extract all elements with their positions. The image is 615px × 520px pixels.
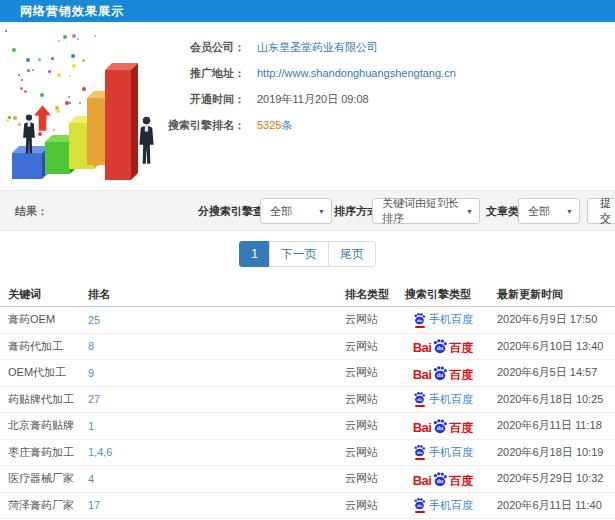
- company-name-link[interactable]: 山东皇圣堂药业有限公司: [257, 41, 378, 53]
- baidu-logo-badge[interactable]: Baidu百度: [413, 471, 474, 487]
- table-row: 膏药OEM 25 云网站 du手机百度 2020年6月9日 17:50: [0, 307, 615, 334]
- cell-rank-type: 云网站: [337, 312, 397, 327]
- cell-time: 2020年6月9日 17:50: [489, 312, 615, 327]
- svg-text:du: du: [417, 450, 423, 455]
- cell-rank-type: 云网站: [337, 445, 397, 460]
- table-row: 枣庄膏药加工 1,4,6 云网站 du手机百度 2020年6月18日 10:19: [0, 440, 615, 467]
- cell-rank-type: 云网站: [337, 392, 397, 407]
- cell-rank[interactable]: 17: [88, 499, 100, 511]
- baidu-paw-icon: du: [413, 444, 426, 457]
- mobile-baidu-label: 手机百度: [429, 392, 473, 407]
- cell-time: 2020年6月11日 11:40: [489, 498, 615, 513]
- table-row: 菏泽膏药厂家 17 云网站 du手机百度 2020年6月11日 11:40: [0, 493, 615, 520]
- cell-rank[interactable]: 9: [88, 367, 94, 379]
- col-rank-type: 排名类型: [337, 287, 397, 302]
- table-row: 药贴牌代加工 27 云网站 du手机百度 2020年6月18日 10:25: [0, 387, 615, 414]
- svg-text:du: du: [437, 425, 443, 431]
- chevron-down-icon: ▼: [466, 208, 473, 215]
- info-row-company: 会员公司：山东皇圣堂药业有限公司: [0, 38, 615, 56]
- article-type-select-value: 全部: [528, 204, 550, 219]
- col-keyword: 关键词: [0, 287, 80, 302]
- open-time-label: 开通时间：: [0, 90, 245, 108]
- baidu-logo-badge[interactable]: Baidu百度: [413, 365, 474, 381]
- submit-button[interactable]: 提交: [587, 198, 615, 224]
- promo-url-link[interactable]: http://www.shandonghuangshengtang.cn: [257, 67, 456, 79]
- cell-rank[interactable]: 4: [88, 473, 94, 485]
- table-body: 膏药OEM 25 云网站 du手机百度 2020年6月9日 17:50 膏药代加…: [0, 307, 615, 519]
- cell-rank[interactable]: 25: [88, 314, 100, 326]
- promo-url-label: 推广地址：: [0, 64, 245, 82]
- chevron-down-icon: ▼: [318, 208, 325, 215]
- mobile-baidu-badge[interactable]: du手机百度: [413, 497, 473, 513]
- baidu-paw-icon: du: [432, 418, 448, 434]
- next-page-button[interactable]: 下一页: [269, 241, 329, 267]
- baidu-paw-icon: du: [432, 471, 448, 487]
- baidu-paw-icon: du: [413, 497, 426, 510]
- rank-count-suffix: 条: [281, 119, 292, 131]
- cell-rank-type: 云网站: [337, 471, 397, 486]
- results-table: 关键词 排名 排名类型 搜索引擎类型 最新更新时间 膏药OEM 25 云网站 d…: [0, 283, 615, 519]
- svg-text:du: du: [437, 372, 443, 378]
- cell-rank[interactable]: 1: [88, 420, 94, 432]
- open-time-value: 2019年11月20日 09:08: [257, 93, 369, 105]
- cell-engine: du手机百度: [397, 444, 489, 460]
- engine-select[interactable]: 全部 ▼: [260, 198, 332, 224]
- mobile-baidu-label: 手机百度: [429, 498, 473, 513]
- mobile-baidu-badge[interactable]: du手机百度: [413, 391, 473, 407]
- result-label: 结果：: [15, 204, 48, 219]
- table-row: 医疗器械厂家 4 云网站 Baidu百度 2020年5月29日 10:32: [0, 466, 615, 493]
- chart-bar-2: [45, 142, 70, 174]
- info-row-open-time: 开通时间：2019年11月20日 09:08: [0, 90, 615, 108]
- baidu-bai-text: Bai: [413, 474, 432, 487]
- chevron-down-icon: ▼: [566, 208, 573, 215]
- cell-rank[interactable]: 8: [88, 340, 94, 352]
- cell-time: 2020年6月18日 10:25: [489, 392, 615, 407]
- page-1-button[interactable]: 1: [239, 241, 270, 267]
- engine-select-value: 全部: [270, 204, 292, 219]
- header-bar: 网络营销效果展示: [0, 0, 615, 22]
- cell-keyword: 膏药OEM: [0, 312, 80, 327]
- cell-rank-type: 云网站: [337, 339, 397, 354]
- article-type-select[interactable]: 全部 ▼: [518, 198, 580, 224]
- col-rank: 排名: [80, 287, 337, 302]
- baidu-bai-text: Bai: [413, 368, 432, 381]
- cell-time: 2020年6月5日 14:57: [489, 365, 615, 380]
- baidu-paw-icon: du: [413, 391, 426, 404]
- baidu-paw-icon: du: [432, 365, 448, 381]
- info-row-rank-count: 搜索引擎排名：5325条: [0, 116, 615, 134]
- cell-engine: du手机百度: [397, 312, 489, 328]
- cell-engine: Baidu百度: [397, 365, 489, 381]
- cell-time: 2020年5月29日 10:32: [489, 471, 615, 486]
- rank-count-value: 5325: [257, 119, 281, 131]
- table-row: 北京膏药贴牌 1 云网站 Baidu百度 2020年6月11日 11:18: [0, 413, 615, 440]
- cell-rank[interactable]: 1,4,6: [88, 446, 112, 458]
- filter-bar: 结果： 分搜索引擎查看 全部 ▼ 排序方式 关键词由短到长排序 ▼ 文章类型 全…: [0, 190, 615, 231]
- cell-engine: Baidu百度: [397, 418, 489, 434]
- baidu-logo-badge[interactable]: Baidu百度: [413, 418, 474, 434]
- mobile-baidu-badge[interactable]: du手机百度: [413, 444, 473, 460]
- cell-engine: du手机百度: [397, 391, 489, 407]
- company-label: 会员公司：: [0, 38, 245, 56]
- table-row: OEM代加工 9 云网站 Baidu百度 2020年6月5日 14:57: [0, 360, 615, 387]
- cell-rank[interactable]: 27: [88, 393, 100, 405]
- chart-bar-1: [12, 153, 42, 179]
- svg-text:du: du: [437, 478, 443, 484]
- mobile-baidu-badge[interactable]: du手机百度: [413, 312, 473, 328]
- cell-engine: du手机百度: [397, 497, 489, 513]
- cell-rank-type: 云网站: [337, 365, 397, 380]
- svg-text:du: du: [417, 503, 423, 508]
- baidu-bai-text: Bai: [413, 421, 432, 434]
- svg-text:du: du: [417, 397, 423, 402]
- cell-keyword: OEM代加工: [0, 365, 80, 380]
- cell-rank-type: 云网站: [337, 498, 397, 513]
- page-title: 网络营销效果展示: [20, 3, 124, 20]
- sort-select[interactable]: 关键词由短到长排序 ▼: [372, 198, 480, 224]
- baidu-logo-badge[interactable]: Baidu百度: [413, 338, 474, 354]
- last-page-button[interactable]: 尾页: [328, 241, 376, 267]
- cell-engine: Baidu百度: [397, 338, 489, 354]
- svg-text:du: du: [417, 318, 423, 323]
- cell-keyword: 枣庄膏药加工: [0, 445, 80, 460]
- baidu-cn-text: 百度: [449, 369, 473, 381]
- info-row-url: 推广地址：http://www.shandonghuangshengtang.c…: [0, 64, 615, 82]
- cell-time: 2020年6月10日 13:40: [489, 339, 615, 354]
